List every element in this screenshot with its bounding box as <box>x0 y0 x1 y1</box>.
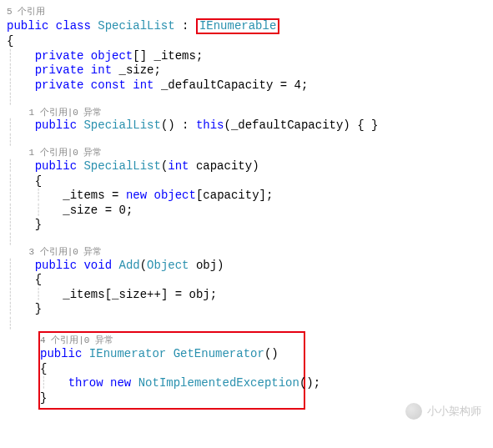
blank: ┊ <box>7 317 486 332</box>
ctor1: ┊ public SpecialList() : this(_defaultCa… <box>7 118 486 133</box>
kw-public: public <box>7 19 48 33</box>
enum-body: ┊ throw new NotImplementedException(); <box>40 376 299 391</box>
codelens-ctor1: ┊ 1 个引用|0 异常 <box>7 108 486 119</box>
colon: : <box>175 19 196 33</box>
class-name: SpecialList <box>98 19 174 33</box>
add-sig: ┊ public void Add(Object obj) <box>7 259 486 274</box>
watermark-text: 小小架构师 <box>427 405 481 418</box>
codelens-add: ┊ 3 个引用|0 异常 <box>7 247 486 259</box>
blank: ┊ <box>7 233 486 248</box>
codelens-enum: 4 个引用|0 异常 <box>40 335 299 347</box>
interface-name: IEnumerable <box>199 19 276 33</box>
ctor2-open: ┊ { <box>7 174 486 189</box>
watermark: 小小架构师 <box>405 403 481 420</box>
field-size: ┊ private int _size; <box>7 63 486 78</box>
add-body: ┊ ┊ _items[_size++] = obj; <box>7 288 486 303</box>
ctor2-body1: ┊ ┊ _items = new object[capacity]; <box>7 189 486 204</box>
ctor2-sig: ┊ public SpecialList(int capacity) <box>7 159 486 174</box>
field-capacity: ┊ private const int _defaultCapacity = 4… <box>7 78 486 93</box>
enum-close: } <box>40 391 299 406</box>
ctor2-close: ┊ } <box>7 218 486 233</box>
field-items: ┊ private object[] _items; <box>7 49 486 64</box>
codelens-ctor2: ┊ 1 个引用|0 异常 <box>7 148 486 159</box>
enum-sig: public IEnumerator GetEnumerator() <box>40 347 299 362</box>
blank: ┊ <box>7 93 486 108</box>
interface-box: IEnumerable <box>196 18 279 34</box>
codelens-class: 5 个引用 <box>7 7 486 18</box>
watermark-logo-icon <box>405 403 422 420</box>
open-brace: { <box>7 34 486 49</box>
enumerator-box: 4 个引用|0 异常 public IEnumerator GetEnumera… <box>38 331 305 410</box>
enum-open: { <box>40 362 299 377</box>
blank: ┊ <box>7 133 486 148</box>
add-open: ┊ { <box>7 273 486 288</box>
class-decl: public class SpecialList : IEnumerable <box>7 18 486 34</box>
add-close: ┊ } <box>7 302 486 317</box>
ctor2-body2: ┊ ┊ _size = 0; <box>7 204 486 219</box>
code-block: 5 个引用 public class SpecialList : IEnumer… <box>7 7 486 410</box>
kw-class: class <box>56 19 91 33</box>
